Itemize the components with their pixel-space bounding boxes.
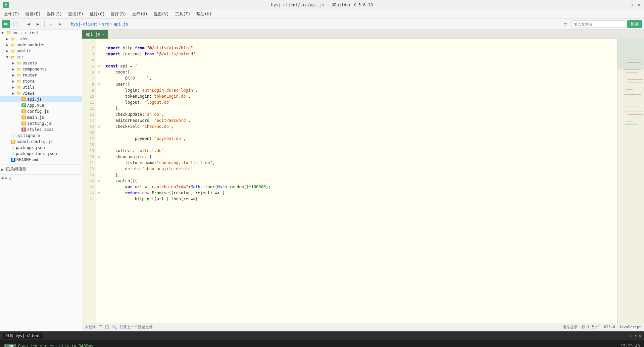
plus-icon[interactable]: ⊕ xyxy=(1,176,4,181)
tree-gitignore[interactable]: ▶ 📄 .gitignore xyxy=(0,133,82,139)
tree-store[interactable]: ▶ 📁 store xyxy=(0,78,82,84)
ln-21: 21 xyxy=(82,160,96,166)
svg-rect-18 xyxy=(624,125,638,125)
app-vue-icon: V xyxy=(21,103,26,107)
code-line-11: logout: 'logout.do' xyxy=(106,99,617,105)
breadcrumb-file[interactable]: api.js xyxy=(114,22,128,27)
tree-public[interactable]: ▶ 📁 public xyxy=(0,48,82,54)
finish-button[interactable]: 预览 xyxy=(627,20,642,28)
ln-25: 25 xyxy=(82,184,96,190)
svg-rect-7 xyxy=(628,83,642,83)
fold-marker-26[interactable]: ⊟ xyxy=(96,190,102,196)
code-lines[interactable]: import http from "@/utils/ajax/http" imp… xyxy=(102,39,617,323)
tree-package-json-label: package.json xyxy=(16,145,45,150)
login-status: 未登录 xyxy=(85,325,96,330)
menu-find[interactable]: 查找(F) xyxy=(65,11,86,18)
fold-marker-6[interactable]: ⊟ xyxy=(96,69,102,75)
code-line-12: }, xyxy=(106,105,617,111)
ln-8: 8 xyxy=(82,81,96,87)
tree-assets[interactable]: ▶ 📁 assets xyxy=(0,60,82,66)
tb-new-file[interactable]: 📄 xyxy=(11,20,19,28)
menu-select[interactable]: 选择(S) xyxy=(44,11,65,18)
breadcrumb-src[interactable]: src xyxy=(102,22,109,27)
terminal-up-icon[interactable]: ∧ xyxy=(635,334,637,338)
tb-back[interactable]: ◀ xyxy=(24,20,33,28)
tb-bookmark[interactable]: ☆ xyxy=(47,20,55,28)
code-line-3: import {extend} from "@/utils/extend" xyxy=(106,51,617,57)
fold-marker-8[interactable]: ⊟ xyxy=(96,81,102,87)
fold-marker-24[interactable]: ⊟ xyxy=(96,178,102,184)
menu-help[interactable]: 帮助(H) xyxy=(194,11,214,18)
public-folder-icon: 📁 xyxy=(11,49,15,53)
svg-rect-13 xyxy=(626,106,638,106)
tree-styles-scss[interactable]: ▶ S styles.scss xyxy=(0,127,82,133)
terminal-new-icon[interactable]: ⊞ xyxy=(630,334,632,338)
tree-babel-config[interactable]: ▶ JS babel.config.js xyxy=(0,139,82,145)
tree-src-label: src xyxy=(16,55,24,59)
code-line-26: return new Promise((resolve, reject) => … xyxy=(106,190,617,196)
code-line-22: delete:'shoucangjilu_delete' xyxy=(106,166,617,172)
tree-main-js[interactable]: ▶ JS main.js xyxy=(0,114,82,120)
code-line-9: login:'authLogin.do?ac=login', xyxy=(106,87,617,93)
tab-api-js[interactable]: api.js ✕ xyxy=(82,30,108,39)
code-editor[interactable]: 1 2 3 4 5 6 7 8 9 10 11 12 13 14 15 16 1… xyxy=(82,39,644,323)
tab-close-icon[interactable]: ✕ xyxy=(102,32,104,37)
tree-public-label: public xyxy=(16,49,31,53)
tb-run[interactable]: ▶ xyxy=(56,20,64,28)
src-folder-icon: 📂 xyxy=(11,55,15,59)
tree-closed-projects[interactable]: ▶ 已关闭项目 xyxy=(0,166,82,173)
remove-icon[interactable]: ⊖ xyxy=(5,176,7,181)
terminal-content[interactable]: DONE Compiled successfully in 9489ms 15:… xyxy=(0,340,644,347)
tree-readme[interactable]: ▶ M README.md xyxy=(0,157,82,163)
file-search-input[interactable] xyxy=(572,20,625,28)
restore-button[interactable]: □ xyxy=(629,3,634,7)
svg-rect-4 xyxy=(626,72,638,73)
menu-tools[interactable]: 工具(T) xyxy=(172,11,193,18)
code-with-folds: ⊟ ⊟ ⊟ ⊟ xyxy=(96,39,617,323)
terminal-tab-main[interactable]: 终端-bysj-client xyxy=(3,333,43,339)
tree-utils[interactable]: ▶ 📁 utils xyxy=(0,84,82,90)
tree-setting-js[interactable]: ▶ JS setting.js xyxy=(0,120,82,127)
tree-api-js-label: api.js xyxy=(27,97,42,102)
titlebar: H bysj-client/src/api.js - HBuilder X 3.… xyxy=(0,0,644,10)
tree-config-js[interactable]: ▶ JS config.js xyxy=(0,108,82,114)
terminal-tab-label: 终端-bysj-client xyxy=(6,334,40,338)
close-button[interactable]: ✕ xyxy=(637,3,641,7)
menu-run[interactable]: 运行(R) xyxy=(108,11,129,18)
minimize-button[interactable]: ─ xyxy=(622,3,627,7)
tree-package-json[interactable]: ▶ 📄 package.json xyxy=(0,145,82,151)
babel-config-icon: JS xyxy=(11,140,15,144)
terminal-close-icon[interactable]: ✕ xyxy=(639,334,641,338)
tree-views[interactable]: ▶ 📁 views xyxy=(0,90,82,96)
package-json-icon: 📄 xyxy=(11,146,15,150)
tree-src[interactable]: ▼ 📂 src xyxy=(0,54,82,60)
tree-router[interactable]: ▶ 📁 router xyxy=(0,72,82,78)
menu-jump[interactable]: 跳转(G) xyxy=(87,11,108,18)
tree-node-modules-label: node_modules xyxy=(16,43,46,47)
ln-13: 13 xyxy=(82,111,96,117)
tb-filter[interactable]: ▽ xyxy=(561,20,569,28)
menu-edit[interactable]: 编辑(E) xyxy=(23,11,44,18)
breadcrumb-project[interactable]: bysj-client xyxy=(71,22,97,27)
fold-marker-20[interactable]: ⊟ xyxy=(96,154,102,160)
tree-root[interactable]: ▼ 📁 bysj-client xyxy=(0,30,82,36)
tree-api-js[interactable]: ▶ JS api.js xyxy=(0,96,82,102)
tree-app-vue[interactable]: ▶ V App.vue xyxy=(0,102,82,108)
fold-marker-5[interactable]: ⊟ xyxy=(96,63,102,69)
tree-store-label: store xyxy=(22,79,35,84)
tree-node-modules[interactable]: ▶ 📁 node_modules xyxy=(0,42,82,48)
svg-rect-20 xyxy=(624,133,644,133)
root-folder-icon: 📁 xyxy=(6,30,11,35)
code-line-21: listusername:"shoucangjilu_list2.do", xyxy=(106,160,617,166)
tree-package-lock[interactable]: ▶ 📄 package-lock.json xyxy=(0,151,82,157)
menu-file[interactable]: 文件(F) xyxy=(1,11,22,18)
tb-forward[interactable]: ▶ xyxy=(34,20,42,28)
open-prev-file[interactable]: 打开上一个预览文件 xyxy=(119,325,153,330)
fold-marker-15[interactable]: ⊟ xyxy=(96,123,102,130)
tree-components[interactable]: ▶ 📁 components xyxy=(0,66,82,72)
tree-idea[interactable]: ▶ 📁 .idea xyxy=(0,36,82,42)
svg-rect-9 xyxy=(626,89,633,90)
menu-view[interactable]: 视图(V) xyxy=(151,11,172,18)
refresh-icon[interactable]: ↺ xyxy=(9,176,11,181)
menu-release[interactable]: 发行(U) xyxy=(130,11,150,18)
